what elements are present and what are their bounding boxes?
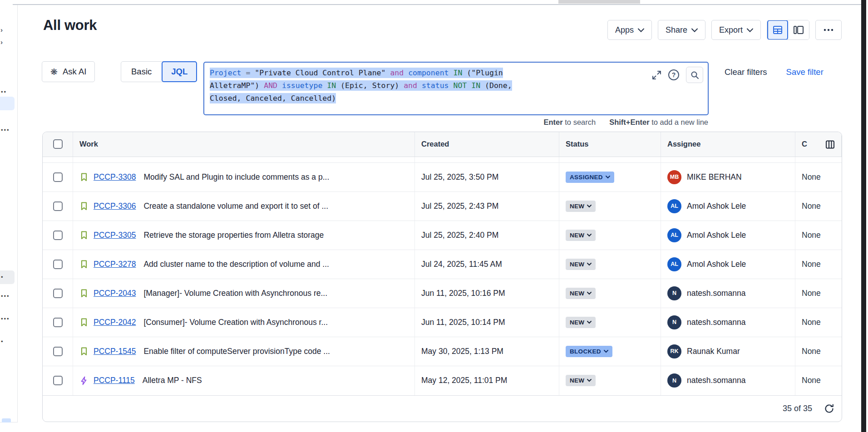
search-button[interactable]	[686, 67, 703, 83]
status-badge[interactable]: NEW	[566, 317, 596, 328]
status-badge[interactable]: NEW	[566, 288, 596, 299]
avatar[interactable]: AL	[667, 257, 681, 271]
created-cell: Jul 25, 2025, 2:40 PM	[415, 221, 559, 250]
issue-summary[interactable]: Alletra MP - NFS	[143, 376, 202, 385]
status-badge[interactable]: NEW	[566, 201, 596, 212]
status-badge[interactable]: NEW	[566, 259, 596, 270]
row-checkbox[interactable]	[53, 231, 63, 240]
row-checkbox[interactable]	[53, 347, 63, 356]
avatar[interactable]: N	[667, 373, 681, 388]
column-header-assignee[interactable]: Assignee	[661, 132, 795, 157]
save-filter-button[interactable]: Save filter	[786, 67, 824, 77]
row-checkbox[interactable]	[53, 318, 63, 327]
table-row[interactable]: PCCP-1115Alletra MP - NFSMay 12, 2025, 1…	[43, 366, 842, 395]
created-cell: Jun 11, 2025, 10:16 PM	[415, 279, 559, 308]
partial-cell	[415, 157, 559, 162]
status-badge[interactable]: ASSIGNED	[566, 172, 614, 183]
issue-summary[interactable]: Add cluster name to the description of v…	[143, 260, 329, 269]
list-view-button[interactable]	[767, 20, 788, 40]
avatar[interactable]: MB	[667, 170, 681, 184]
truncated-column-value: None	[802, 376, 821, 385]
avatar[interactable]: N	[667, 315, 681, 329]
sidebar-item-dots[interactable]: ••	[1, 91, 11, 93]
jql-token-str: ("Plugin	[467, 69, 503, 77]
assignee-cell: ALAmol Ashok Lele	[661, 250, 795, 279]
issue-summary[interactable]: Enable filter of computeServer provision…	[143, 347, 330, 356]
help-question-mark: ?	[672, 71, 676, 79]
issue-summary[interactable]: Retrieve the storage properties from All…	[143, 231, 324, 240]
sidebar-item-dots[interactable]: •	[1, 341, 11, 343]
row-select-cell	[43, 221, 73, 250]
column-picker-button[interactable]	[821, 136, 838, 153]
ask-ai-button[interactable]: ❋ Ask AI	[42, 61, 95, 82]
row-checkbox[interactable]	[53, 260, 63, 269]
help-icon[interactable]: ?	[668, 69, 679, 80]
export-button[interactable]: Export	[711, 20, 761, 40]
assignee-name: Amol Ashok Lele	[687, 260, 746, 269]
table-row[interactable]: PCCP-3308Modify SAL and Plugin to includ…	[43, 163, 842, 192]
ask-ai-label: Ask AI	[63, 67, 86, 77]
avatar[interactable]: AL	[667, 199, 681, 213]
assignee-cell: ALAmol Ashok Lele	[661, 221, 795, 250]
row-checkbox[interactable]	[53, 201, 63, 211]
table-row[interactable]: PCCP-2043[Manager]- Volume Creation with…	[43, 279, 842, 308]
sidebar-item-selected[interactable]	[0, 97, 15, 110]
avatar[interactable]: AL	[667, 228, 681, 242]
issue-summary[interactable]: Create a standalone volume and export it…	[143, 201, 328, 211]
clear-filters-button[interactable]: Clear filters	[725, 67, 767, 77]
avatar[interactable]: N	[667, 286, 681, 300]
expand-icon[interactable]	[652, 70, 661, 80]
sidebar-item-dots[interactable]: •••	[1, 129, 11, 131]
jql-query-text[interactable]: Project = "Private Cloud Control Plane" …	[210, 67, 702, 105]
chevron-down-icon	[604, 350, 608, 353]
basic-mode-button[interactable]: Basic	[121, 62, 162, 82]
issue-summary[interactable]: Modify SAL and Plugin to include comment…	[143, 172, 329, 182]
chevron-down-icon	[587, 205, 592, 208]
table-row[interactable]: PCCP-3278Add cluster name to the descrip…	[43, 250, 842, 279]
issue-key-link[interactable]: PCCP-1115	[94, 376, 135, 385]
column-header-created[interactable]: Created	[415, 132, 559, 157]
row-checkbox[interactable]	[53, 289, 63, 298]
row-checkbox[interactable]	[53, 376, 63, 385]
more-options-button[interactable]	[815, 20, 842, 40]
sidebar-item-dots[interactable]: •	[1, 276, 11, 278]
table-body: PCCP-3308Modify SAL and Plugin to includ…	[43, 157, 842, 395]
share-button[interactable]: Share	[658, 20, 705, 40]
table-row[interactable]: PCCP-1545Enable filter of computeServer …	[43, 337, 842, 366]
sidebar-item-dots[interactable]: •••	[1, 318, 11, 320]
chevron-down-icon	[587, 292, 592, 295]
column-header-status[interactable]: Status	[559, 132, 661, 157]
sidebar-item-dots[interactable]: •••	[1, 295, 11, 297]
chevron-right-icon[interactable]: ›	[0, 26, 3, 34]
status-badge[interactable]: BLOCKED	[566, 346, 612, 357]
status-badge[interactable]: NEW	[566, 230, 596, 241]
jql-editor[interactable]: Project = "Private Cloud Control Plane" …	[203, 62, 709, 115]
detail-view-button[interactable]	[788, 20, 809, 40]
jql-mode-button[interactable]: JQL	[162, 61, 197, 82]
table-row[interactable]: PCCP-3305Retrieve the storage properties…	[43, 221, 842, 250]
issue-summary[interactable]: [Manager]- Volume Creation with Asynchro…	[143, 289, 327, 298]
apps-button-label: Apps	[615, 25, 634, 35]
truncated-column-value: None	[802, 231, 821, 240]
issue-key-link[interactable]: PCCP-2042	[94, 318, 136, 327]
issue-key-link[interactable]: PCCP-2043	[94, 289, 136, 298]
apps-button[interactable]: Apps	[607, 20, 652, 40]
table-header-row: Work Created Status Assignee C	[43, 132, 842, 157]
issue-key-link[interactable]: PCCP-1545	[94, 347, 136, 356]
refresh-icon[interactable]	[824, 403, 834, 414]
issue-key-link[interactable]: PCCP-3305	[94, 231, 136, 240]
select-all-checkbox[interactable]	[53, 139, 63, 149]
status-badge[interactable]: NEW	[566, 375, 596, 386]
chevron-right-icon[interactable]: ›	[0, 38, 3, 46]
avatar[interactable]: RK	[667, 344, 681, 358]
issue-key-link[interactable]: PCCP-3306	[94, 201, 136, 211]
table-row[interactable]: PCCP-3306Create a standalone volume and …	[43, 192, 842, 221]
truncated-column-cell: None	[795, 221, 842, 250]
table-row[interactable]: PCCP-2042[Consumer]- Volume Creation wit…	[43, 308, 842, 337]
issue-key-link[interactable]: PCCP-3308	[94, 172, 136, 182]
row-checkbox[interactable]	[53, 172, 63, 182]
issue-key-link[interactable]: PCCP-3278	[94, 260, 136, 269]
column-header-work[interactable]: Work	[73, 132, 415, 157]
assignee-cell: ALAmol Ashok Lele	[661, 192, 795, 221]
issue-summary[interactable]: [Consumer]- Volume Creation with Asynchr…	[143, 318, 328, 327]
